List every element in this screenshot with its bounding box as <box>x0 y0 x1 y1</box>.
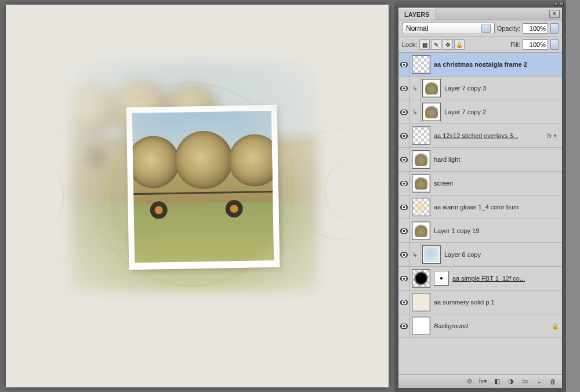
close-icon[interactable] <box>560 2 564 6</box>
layer-mask-thumbnail[interactable] <box>434 271 449 286</box>
fill-flyout-icon[interactable] <box>550 39 559 50</box>
blend-mode-select[interactable]: Normal <box>402 23 495 34</box>
layer-name-label[interactable]: aa summery solid p 1 <box>434 299 562 306</box>
layer-thumbnail[interactable] <box>412 293 430 311</box>
layer-row[interactable]: hard light <box>398 148 562 172</box>
visibility-toggle[interactable] <box>398 53 410 76</box>
layer-thumbnail[interactable] <box>422 245 441 264</box>
panel-tabbar: LAYERS <box>398 8 562 20</box>
visibility-toggle[interactable] <box>398 172 410 195</box>
blend-opacity-row: Normal Opacity: 100% <box>398 20 562 37</box>
collapse-icon[interactable] <box>554 2 558 6</box>
lock-transparency-icon[interactable]: ▦ <box>419 39 430 50</box>
layer-name-label[interactable]: hard light <box>434 156 562 163</box>
eye-icon <box>400 300 408 305</box>
panel-dock: LAYERS Normal Opacity: 100% Lock: ▦ ✎ ✥ … <box>394 0 566 392</box>
canvas-area[interactable] <box>0 0 394 392</box>
layer-row[interactable]: aa summery solid p 1 <box>398 291 562 314</box>
layer-row[interactable]: Layer 7 copy 3 <box>398 77 562 100</box>
layer-thumbnail[interactable] <box>412 55 430 74</box>
layer-row[interactable]: Background🔒 <box>398 314 562 338</box>
layer-row[interactable]: Layer 7 copy 2 <box>398 100 562 124</box>
lock-position-icon[interactable]: ✥ <box>443 39 453 50</box>
new-layer-icon[interactable]: ⌄ <box>534 378 543 386</box>
layer-thumbnail[interactable] <box>412 269 430 288</box>
layer-name-label[interactable]: Layer 1 copy 19 <box>434 227 562 234</box>
panel-dock-header[interactable] <box>394 0 566 7</box>
visibility-toggle[interactable] <box>398 314 410 337</box>
layer-thumbnail[interactable] <box>412 317 430 335</box>
lock-all-icon[interactable]: 🔒 <box>454 39 465 50</box>
chevron-down-icon[interactable]: ▾ <box>554 133 561 139</box>
layers-panel-footer: ⊘ fx▾ ◧ ◑ ▭ ⌄ 🗑 <box>398 374 562 388</box>
layer-row[interactable]: aa simple FBT 1_12f co... <box>398 267 562 291</box>
panel-menu-icon[interactable] <box>549 10 560 18</box>
opacity-flyout-icon[interactable] <box>550 23 559 34</box>
visibility-toggle[interactable] <box>398 195 410 219</box>
layer-name-label[interactable]: Layer 7 copy 3 <box>444 85 562 92</box>
layer-name-label[interactable]: Layer 7 copy 2 <box>444 108 562 115</box>
layer-row[interactable]: aa 12x12 stiched overlays 3...fx▾ <box>398 124 562 148</box>
eye-icon <box>400 86 408 91</box>
layer-row[interactable]: aa warm glows 1_4 color bum <box>398 195 562 219</box>
visibility-toggle[interactable] <box>398 148 410 171</box>
layer-thumbnail[interactable] <box>422 79 441 97</box>
layer-name-label[interactable]: aa christmas nostalgia frame 2 <box>434 61 562 68</box>
group-icon[interactable]: ▭ <box>520 378 530 386</box>
layer-name-label[interactable]: aa 12x12 stiched overlays 3... <box>434 132 547 139</box>
lock-icon: 🔒 <box>552 322 559 329</box>
layer-mask-icon[interactable]: ◧ <box>492 378 502 386</box>
visibility-toggle[interactable] <box>398 77 410 100</box>
layer-thumbnail[interactable] <box>412 222 430 240</box>
layer-row[interactable]: screen <box>398 172 562 195</box>
eye-icon <box>400 110 408 115</box>
lock-fill-row: Lock: ▦ ✎ ✥ 🔒 Fill: 100% <box>398 37 562 53</box>
eye-icon <box>400 324 408 329</box>
layer-thumbnail[interactable] <box>412 198 430 216</box>
tab-layers[interactable]: LAYERS <box>398 8 436 20</box>
lock-pixels-icon[interactable]: ✎ <box>431 39 441 50</box>
vignette <box>6 5 389 387</box>
layer-thumbnail[interactable] <box>412 174 430 193</box>
opacity-input[interactable]: 100% <box>523 23 548 34</box>
lock-icons-group: ▦ ✎ ✥ 🔒 <box>419 39 465 50</box>
visibility-toggle[interactable] <box>398 243 410 266</box>
adjustment-layer-icon[interactable]: ◑ <box>506 378 516 386</box>
layer-fx-icon[interactable]: fx▾ <box>478 378 488 386</box>
visibility-toggle[interactable] <box>398 124 410 147</box>
visibility-toggle[interactable] <box>398 100 410 124</box>
eye-icon <box>400 276 408 281</box>
layer-thumbnail[interactable] <box>412 150 430 169</box>
layer-row[interactable]: Layer 1 copy 19 <box>398 219 562 243</box>
layer-thumbnail[interactable] <box>422 103 441 121</box>
clip-indicator-icon <box>410 243 420 266</box>
fill-input[interactable]: 100% <box>523 39 548 50</box>
eye-icon <box>400 228 408 234</box>
eye-icon <box>400 205 408 210</box>
layer-row[interactable]: aa christmas nostalgia frame 2 <box>398 53 562 77</box>
clip-indicator-icon <box>410 77 420 100</box>
eye-icon <box>400 252 408 257</box>
eye-icon <box>400 181 408 186</box>
layers-panel: LAYERS Normal Opacity: 100% Lock: ▦ ✎ ✥ … <box>398 7 563 389</box>
link-layers-icon[interactable]: ⊘ <box>465 378 474 386</box>
visibility-toggle[interactable] <box>398 267 410 290</box>
fx-badge-icon[interactable]: fx <box>547 133 552 139</box>
artboard[interactable] <box>6 5 389 387</box>
fill-label: Fill: <box>510 41 520 48</box>
delete-layer-icon[interactable]: 🗑 <box>548 378 557 386</box>
opacity-label: Opacity: <box>497 25 520 32</box>
layer-list[interactable]: aa christmas nostalgia frame 2Layer 7 co… <box>398 53 562 374</box>
eye-icon <box>400 133 408 139</box>
layer-thumbnail[interactable] <box>412 126 430 145</box>
visibility-toggle[interactable] <box>398 291 410 314</box>
layer-name-label[interactable]: aa simple FBT 1_12f co... <box>452 275 562 282</box>
layer-name-label[interactable]: Background <box>434 322 552 329</box>
visibility-toggle[interactable] <box>398 219 410 242</box>
layer-row[interactable]: Layer 6 copy <box>398 243 562 267</box>
layer-name-label[interactable]: screen <box>434 180 562 187</box>
clip-indicator-icon <box>410 100 420 124</box>
layer-name-label[interactable]: Layer 6 copy <box>444 251 562 258</box>
layer-name-label[interactable]: aa warm glows 1_4 color bum <box>434 204 562 210</box>
eye-icon <box>400 62 408 67</box>
